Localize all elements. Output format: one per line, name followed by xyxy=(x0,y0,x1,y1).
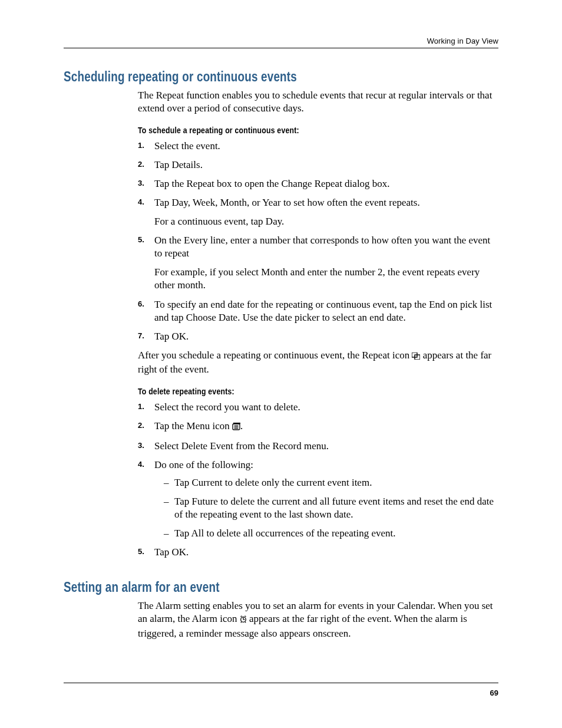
step-text: Select the record you want to delete. xyxy=(154,401,300,413)
step-note: For a continuous event, tap Day. xyxy=(154,215,498,228)
substep: Tap Future to delete the current and all… xyxy=(164,495,498,521)
substep: Tap Current to delete only the current e… xyxy=(164,476,498,489)
step: Select Delete Event from the Record menu… xyxy=(138,440,498,453)
step: Tap the Menu icon . xyxy=(138,420,498,434)
step: Tap Details. xyxy=(138,159,498,172)
step: Tap Day, Week, Month, or Year to set how… xyxy=(138,196,498,228)
repeat-icon xyxy=(412,350,420,363)
procedure-heading-schedule: To schedule a repeating or continuous ev… xyxy=(138,124,498,136)
text-run: After you schedule a repeating or contin… xyxy=(138,350,412,361)
header-rule xyxy=(64,48,498,48)
step-text: Select the event. xyxy=(154,140,220,151)
step: Tap OK. xyxy=(138,546,498,559)
step: On the Every line, enter a number that c… xyxy=(138,234,498,292)
step-note: For example, if you select Month and ent… xyxy=(154,266,498,292)
step-text: Tap the Menu icon xyxy=(154,420,232,431)
svg-line-12 xyxy=(244,616,246,617)
step-text: Do one of the following: xyxy=(154,459,253,470)
after-steps-paragraph: After you schedule a repeating or contin… xyxy=(138,349,498,376)
step-text: On the Every line, enter a number that c… xyxy=(154,235,490,259)
step: Tap the Repeat box to open the Change Re… xyxy=(138,177,498,190)
substep: Tap All to delete all occurrences of the… xyxy=(164,527,498,540)
step-text: Tap Day, Week, Month, or Year to set how… xyxy=(154,197,420,208)
substep-text: Tap Current to delete only the current e… xyxy=(174,477,372,488)
substeps: Tap Current to delete only the current e… xyxy=(164,476,498,540)
alarm-icon xyxy=(240,614,247,627)
svg-line-11 xyxy=(240,616,242,617)
step-text: To specify an end date for the repeating… xyxy=(154,299,492,323)
step: To specify an end date for the repeating… xyxy=(138,298,498,324)
step: Select the record you want to delete. xyxy=(138,401,498,414)
step: Tap OK. xyxy=(138,330,498,343)
intro-paragraph: The Repeat function enables you to sched… xyxy=(138,89,498,115)
section-heading-alarm: Setting an alarm for an event xyxy=(64,579,498,595)
substep-text: Tap All to delete all occurrences of the… xyxy=(174,528,395,539)
step: Select the event. xyxy=(138,140,498,153)
page: Working in Day View Scheduling repeating… xyxy=(0,0,562,728)
page-number: 69 xyxy=(490,689,498,697)
step-text: Tap OK. xyxy=(154,546,189,558)
step-text: Select Delete Event from the Record menu… xyxy=(154,440,329,452)
running-header: Working in Day View xyxy=(64,37,498,45)
steps-delete: Select the record you want to delete. Ta… xyxy=(138,401,498,559)
step: Do one of the following: Tap Current to … xyxy=(138,459,498,540)
svg-rect-6 xyxy=(233,423,239,424)
steps-schedule: Select the event. Tap Details. Tap the R… xyxy=(138,140,498,343)
step-text: Tap OK. xyxy=(154,331,189,342)
alarm-paragraph: The Alarm setting enables you to set an … xyxy=(138,599,498,640)
substep-text: Tap Future to delete the current and all… xyxy=(174,496,494,520)
section-heading-scheduling: Scheduling repeating or continuous event… xyxy=(64,68,498,84)
body-content: The Alarm setting enables you to set an … xyxy=(138,599,498,640)
svg-line-14 xyxy=(245,622,246,622)
header-text: Working in Day View xyxy=(427,37,498,45)
step-text: Tap the Repeat box to open the Change Re… xyxy=(154,178,390,189)
step-text: Tap Details. xyxy=(154,159,203,170)
svg-line-13 xyxy=(241,622,242,622)
procedure-heading-delete: To delete repeating events: xyxy=(138,386,498,397)
step-text: . xyxy=(240,420,243,431)
footer-rule xyxy=(64,683,498,683)
menu-icon xyxy=(232,421,240,434)
body-content: The Repeat function enables you to sched… xyxy=(138,89,498,559)
